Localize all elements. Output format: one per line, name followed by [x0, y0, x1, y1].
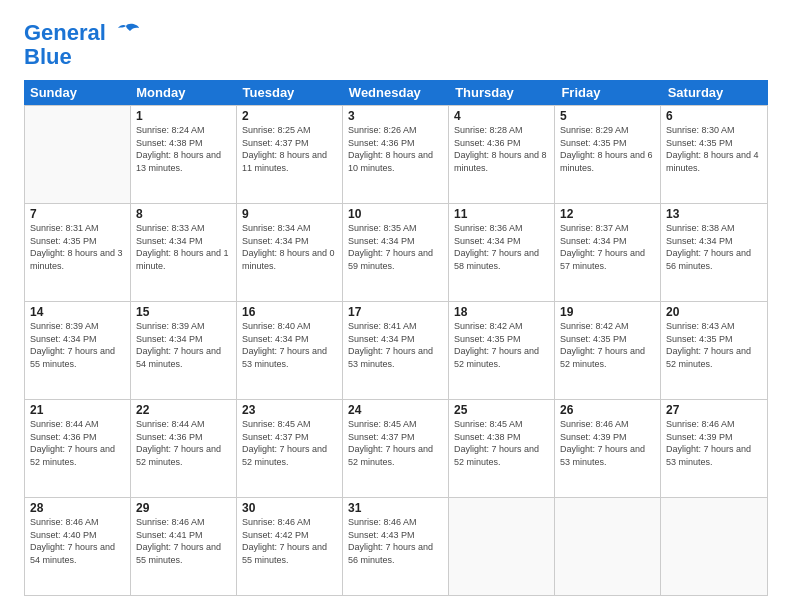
day-info: Sunrise: 8:40 AMSunset: 4:34 PMDaylight:…: [242, 320, 337, 370]
logo-general: General: [24, 20, 106, 45]
calendar-cell: 25Sunrise: 8:45 AMSunset: 4:38 PMDayligh…: [449, 400, 555, 497]
day-info: Sunrise: 8:45 AMSunset: 4:37 PMDaylight:…: [242, 418, 337, 468]
calendar-header: SundayMondayTuesdayWednesdayThursdayFrid…: [24, 80, 768, 105]
day-info: Sunrise: 8:35 AMSunset: 4:34 PMDaylight:…: [348, 222, 443, 272]
calendar-cell: 9Sunrise: 8:34 AMSunset: 4:34 PMDaylight…: [237, 204, 343, 301]
calendar-cell: 30Sunrise: 8:46 AMSunset: 4:42 PMDayligh…: [237, 498, 343, 595]
header-day-sunday: Sunday: [24, 80, 130, 105]
day-info: Sunrise: 8:46 AMSunset: 4:39 PMDaylight:…: [666, 418, 762, 468]
day-info: Sunrise: 8:29 AMSunset: 4:35 PMDaylight:…: [560, 124, 655, 174]
calendar-cell: 15Sunrise: 8:39 AMSunset: 4:34 PMDayligh…: [131, 302, 237, 399]
header-day-thursday: Thursday: [449, 80, 555, 105]
calendar-cell: 29Sunrise: 8:46 AMSunset: 4:41 PMDayligh…: [131, 498, 237, 595]
calendar-cell: 31Sunrise: 8:46 AMSunset: 4:43 PMDayligh…: [343, 498, 449, 595]
day-number: 17: [348, 305, 443, 319]
day-info: Sunrise: 8:46 AMSunset: 4:41 PMDaylight:…: [136, 516, 231, 566]
logo-blue: Blue: [24, 46, 72, 68]
calendar-cell: 20Sunrise: 8:43 AMSunset: 4:35 PMDayligh…: [661, 302, 767, 399]
day-number: 3: [348, 109, 443, 123]
calendar-cell: 14Sunrise: 8:39 AMSunset: 4:34 PMDayligh…: [25, 302, 131, 399]
day-info: Sunrise: 8:39 AMSunset: 4:34 PMDaylight:…: [136, 320, 231, 370]
day-info: Sunrise: 8:44 AMSunset: 4:36 PMDaylight:…: [30, 418, 125, 468]
calendar-cell: 6Sunrise: 8:30 AMSunset: 4:35 PMDaylight…: [661, 106, 767, 203]
calendar-row-2: 14Sunrise: 8:39 AMSunset: 4:34 PMDayligh…: [25, 301, 767, 399]
day-info: Sunrise: 8:44 AMSunset: 4:36 PMDaylight:…: [136, 418, 231, 468]
day-info: Sunrise: 8:45 AMSunset: 4:37 PMDaylight:…: [348, 418, 443, 468]
calendar-cell: 18Sunrise: 8:42 AMSunset: 4:35 PMDayligh…: [449, 302, 555, 399]
day-number: 19: [560, 305, 655, 319]
logo: General Blue: [24, 20, 140, 68]
day-number: 8: [136, 207, 231, 221]
day-number: 4: [454, 109, 549, 123]
calendar-row-0: 1Sunrise: 8:24 AMSunset: 4:38 PMDaylight…: [25, 105, 767, 203]
day-info: Sunrise: 8:45 AMSunset: 4:38 PMDaylight:…: [454, 418, 549, 468]
day-info: Sunrise: 8:26 AMSunset: 4:36 PMDaylight:…: [348, 124, 443, 174]
header-day-friday: Friday: [555, 80, 661, 105]
calendar-cell: 24Sunrise: 8:45 AMSunset: 4:37 PMDayligh…: [343, 400, 449, 497]
calendar-cell: 4Sunrise: 8:28 AMSunset: 4:36 PMDaylight…: [449, 106, 555, 203]
day-info: Sunrise: 8:36 AMSunset: 4:34 PMDaylight:…: [454, 222, 549, 272]
calendar-body: 1Sunrise: 8:24 AMSunset: 4:38 PMDaylight…: [24, 105, 768, 596]
calendar-cell: 22Sunrise: 8:44 AMSunset: 4:36 PMDayligh…: [131, 400, 237, 497]
day-number: 22: [136, 403, 231, 417]
day-info: Sunrise: 8:28 AMSunset: 4:36 PMDaylight:…: [454, 124, 549, 174]
header-day-wednesday: Wednesday: [343, 80, 449, 105]
day-number: 16: [242, 305, 337, 319]
day-info: Sunrise: 8:25 AMSunset: 4:37 PMDaylight:…: [242, 124, 337, 174]
day-number: 18: [454, 305, 549, 319]
day-number: 14: [30, 305, 125, 319]
calendar-cell: [555, 498, 661, 595]
calendar-cell: [25, 106, 131, 203]
day-number: 1: [136, 109, 231, 123]
day-info: Sunrise: 8:33 AMSunset: 4:34 PMDaylight:…: [136, 222, 231, 272]
calendar-cell: 12Sunrise: 8:37 AMSunset: 4:34 PMDayligh…: [555, 204, 661, 301]
day-number: 20: [666, 305, 762, 319]
day-number: 12: [560, 207, 655, 221]
calendar-cell: 5Sunrise: 8:29 AMSunset: 4:35 PMDaylight…: [555, 106, 661, 203]
day-info: Sunrise: 8:24 AMSunset: 4:38 PMDaylight:…: [136, 124, 231, 174]
header-day-tuesday: Tuesday: [237, 80, 343, 105]
day-info: Sunrise: 8:38 AMSunset: 4:34 PMDaylight:…: [666, 222, 762, 272]
calendar-cell: 1Sunrise: 8:24 AMSunset: 4:38 PMDaylight…: [131, 106, 237, 203]
day-number: 11: [454, 207, 549, 221]
day-number: 15: [136, 305, 231, 319]
day-info: Sunrise: 8:46 AMSunset: 4:43 PMDaylight:…: [348, 516, 443, 566]
logo-bird-icon: [112, 22, 140, 44]
day-number: 30: [242, 501, 337, 515]
day-number: 24: [348, 403, 443, 417]
calendar-cell: 13Sunrise: 8:38 AMSunset: 4:34 PMDayligh…: [661, 204, 767, 301]
day-number: 23: [242, 403, 337, 417]
calendar-row-4: 28Sunrise: 8:46 AMSunset: 4:40 PMDayligh…: [25, 497, 767, 595]
calendar-cell: [661, 498, 767, 595]
day-number: 25: [454, 403, 549, 417]
calendar-cell: 3Sunrise: 8:26 AMSunset: 4:36 PMDaylight…: [343, 106, 449, 203]
calendar-cell: 28Sunrise: 8:46 AMSunset: 4:40 PMDayligh…: [25, 498, 131, 595]
calendar-cell: 2Sunrise: 8:25 AMSunset: 4:37 PMDaylight…: [237, 106, 343, 203]
day-info: Sunrise: 8:46 AMSunset: 4:39 PMDaylight:…: [560, 418, 655, 468]
calendar-row-3: 21Sunrise: 8:44 AMSunset: 4:36 PMDayligh…: [25, 399, 767, 497]
calendar-cell: 16Sunrise: 8:40 AMSunset: 4:34 PMDayligh…: [237, 302, 343, 399]
calendar-cell: 7Sunrise: 8:31 AMSunset: 4:35 PMDaylight…: [25, 204, 131, 301]
calendar-row-1: 7Sunrise: 8:31 AMSunset: 4:35 PMDaylight…: [25, 203, 767, 301]
calendar-cell: 17Sunrise: 8:41 AMSunset: 4:34 PMDayligh…: [343, 302, 449, 399]
day-number: 13: [666, 207, 762, 221]
logo-text: General: [24, 20, 106, 46]
day-number: 21: [30, 403, 125, 417]
day-number: 2: [242, 109, 337, 123]
page: General Blue SundayMondayTuesdayWednesda…: [0, 0, 792, 612]
day-info: Sunrise: 8:42 AMSunset: 4:35 PMDaylight:…: [454, 320, 549, 370]
calendar-cell: 19Sunrise: 8:42 AMSunset: 4:35 PMDayligh…: [555, 302, 661, 399]
calendar-cell: 10Sunrise: 8:35 AMSunset: 4:34 PMDayligh…: [343, 204, 449, 301]
day-number: 31: [348, 501, 443, 515]
calendar-cell: 11Sunrise: 8:36 AMSunset: 4:34 PMDayligh…: [449, 204, 555, 301]
day-number: 6: [666, 109, 762, 123]
day-info: Sunrise: 8:46 AMSunset: 4:40 PMDaylight:…: [30, 516, 125, 566]
day-info: Sunrise: 8:39 AMSunset: 4:34 PMDaylight:…: [30, 320, 125, 370]
day-number: 5: [560, 109, 655, 123]
day-number: 9: [242, 207, 337, 221]
calendar-cell: 8Sunrise: 8:33 AMSunset: 4:34 PMDaylight…: [131, 204, 237, 301]
calendar-cell: 26Sunrise: 8:46 AMSunset: 4:39 PMDayligh…: [555, 400, 661, 497]
header: General Blue: [24, 20, 768, 68]
day-info: Sunrise: 8:43 AMSunset: 4:35 PMDaylight:…: [666, 320, 762, 370]
calendar-cell: 23Sunrise: 8:45 AMSunset: 4:37 PMDayligh…: [237, 400, 343, 497]
